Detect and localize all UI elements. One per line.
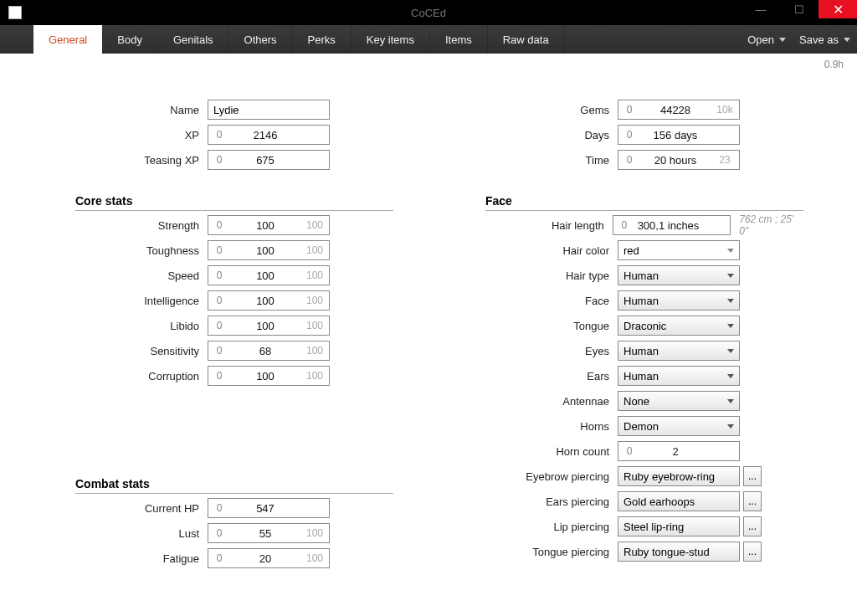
tab-key-items[interactable]: Key items <box>352 25 430 54</box>
xp-spinner[interactable]: 0 2146 <box>208 125 330 145</box>
core-stat-label-1: Toughness <box>33 244 208 257</box>
tab-others[interactable]: Others <box>229 25 293 54</box>
eyes-combo[interactable]: Human <box>618 341 740 361</box>
core-stat-spinner-4[interactable]: 0100100 <box>208 316 330 336</box>
core-stat-spinner-2[interactable]: 0100100 <box>208 265 330 285</box>
combat-stat-label-0: Current HP <box>33 502 208 515</box>
tab-items[interactable]: Items <box>430 25 488 54</box>
tab-perks[interactable]: Perks <box>293 25 352 54</box>
tongue-piercing-picker[interactable]: Ruby tongue-stud <box>618 542 740 562</box>
time-label: Time <box>444 154 618 167</box>
maximize-button[interactable]: ☐ <box>780 0 819 18</box>
antennae-label: Antennae <box>444 395 618 408</box>
tongue-piercing-label: Tongue piercing <box>444 546 618 558</box>
ears-piercing-picker[interactable]: Gold earhoops <box>618 491 740 511</box>
saveas-menu[interactable]: Save as <box>799 33 850 46</box>
tongue-combo[interactable]: Draconic <box>618 316 740 336</box>
ears-label: Ears <box>444 370 618 382</box>
tab-bar: General Body Genitals Others Perks Key i… <box>0 25 857 54</box>
hair-color-label: Hair color <box>444 244 618 257</box>
tab-genitals[interactable]: Genitals <box>158 25 229 54</box>
minimize-button[interactable]: — <box>742 0 780 18</box>
tab-general[interactable]: General <box>33 25 102 54</box>
core-stat-label-0: Strength <box>33 219 208 232</box>
combat-stat-spinner-1[interactable]: 055100 <box>208 523 330 543</box>
tongue-piercing-browse-button[interactable]: ... <box>743 542 762 562</box>
hair-length-hint: 762 cm ; 25' 0" <box>739 213 803 237</box>
horns-combo[interactable]: Demon <box>618 416 740 436</box>
teasing-xp-label: Teasing XP <box>33 154 208 167</box>
core-stat-spinner-5[interactable]: 068100 <box>208 341 330 361</box>
core-stat-label-5: Sensitivity <box>33 345 208 357</box>
lip-piercing-label: Lip piercing <box>444 521 618 533</box>
lip-piercing-browse-button[interactable]: ... <box>743 516 762 536</box>
teasing-xp-spinner[interactable]: 0 675 <box>208 150 330 170</box>
core-stat-label-2: Speed <box>33 270 208 282</box>
face-combo[interactable]: Human <box>618 290 740 311</box>
name-input[interactable] <box>208 100 330 120</box>
ears-piercing-label: Ears piercing <box>444 495 618 508</box>
face-label: Face <box>444 295 618 307</box>
face-title: Face <box>485 194 803 211</box>
core-stat-spinner-6[interactable]: 0100100 <box>208 366 330 386</box>
eyebrow-piercing-label: Eyebrow piercing <box>444 470 618 483</box>
hair-type-label: Hair type <box>444 270 618 282</box>
eyebrow-piercing-browse-button[interactable]: ... <box>743 466 762 486</box>
core-stats-title: Core stats <box>75 194 393 211</box>
ears-piercing-browse-button[interactable]: ... <box>743 491 762 511</box>
combat-stat-spinner-2[interactable]: 020100 <box>208 548 330 568</box>
gems-label: Gems <box>444 104 618 116</box>
core-stat-spinner-0[interactable]: 0100100 <box>208 215 330 235</box>
titlebar: CoCEd — ☐ ✕ <box>0 0 857 25</box>
app-icon <box>8 6 22 19</box>
tab-raw-data[interactable]: Raw data <box>488 25 565 54</box>
hair-length-label: Hair length <box>444 219 613 232</box>
core-stat-spinner-1[interactable]: 0100100 <box>208 240 330 260</box>
tab-body[interactable]: Body <box>102 25 158 54</box>
horn-count-spinner[interactable]: 0 2 <box>618 441 740 461</box>
lip-piercing-picker[interactable]: Steel lip-ring <box>618 516 740 536</box>
combat-stat-label-1: Lust <box>33 527 208 540</box>
hair-type-combo[interactable]: Human <box>618 265 740 285</box>
ears-combo[interactable]: Human <box>618 366 740 386</box>
core-stat-label-6: Corruption <box>33 370 208 382</box>
combat-stat-spinner-0[interactable]: 0547 <box>208 498 330 518</box>
tongue-label: Tongue <box>444 320 618 332</box>
horn-count-label: Horn count <box>444 445 618 458</box>
horns-label: Horns <box>444 420 618 433</box>
hair-color-combo[interactable]: red <box>618 240 740 260</box>
name-label: Name <box>33 104 208 116</box>
content-area: 0.9h Name XP 0 2146 <box>0 54 857 616</box>
window-title: CoCEd <box>411 7 446 19</box>
close-button[interactable]: ✕ <box>819 0 857 18</box>
chevron-down-icon <box>779 38 786 42</box>
version-label: 0.9h <box>824 59 844 70</box>
core-stat-label-3: Intelligence <box>33 295 208 307</box>
combat-stats-title: Combat stats <box>75 477 393 494</box>
antennae-combo[interactable]: None <box>618 391 740 411</box>
eyes-label: Eyes <box>444 345 618 357</box>
core-stat-spinner-3[interactable]: 0100100 <box>208 290 330 311</box>
open-menu[interactable]: Open <box>747 33 786 46</box>
days-label: Days <box>444 129 618 141</box>
days-spinner[interactable]: 0 156 days <box>618 125 740 145</box>
core-stat-label-4: Libido <box>33 320 208 332</box>
time-spinner[interactable]: 0 20 hours 23 <box>618 150 740 170</box>
eyebrow-piercing-picker[interactable]: Ruby eyebrow-ring <box>618 466 740 486</box>
gems-spinner[interactable]: 0 44228 10k <box>618 100 740 120</box>
chevron-down-icon <box>844 38 850 42</box>
xp-label: XP <box>33 129 208 141</box>
combat-stat-label-2: Fatigue <box>33 552 208 565</box>
hair-length-spinner[interactable]: 0 300,1 inches <box>613 215 731 235</box>
